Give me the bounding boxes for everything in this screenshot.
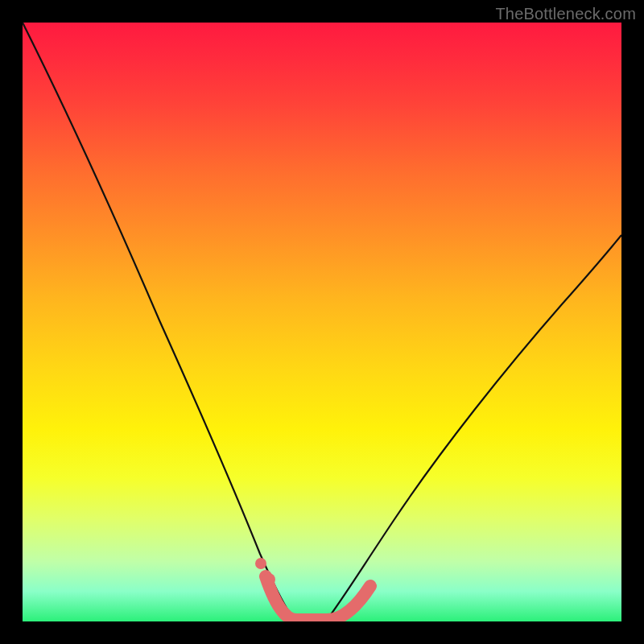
dip-dot [255, 558, 266, 569]
watermark-text: TheBottleneck.com [495, 5, 636, 23]
dip-dot [262, 573, 275, 586]
dip-marker-stroke [266, 576, 370, 620]
plot-area [23, 23, 621, 621]
chart-stage: TheBottleneck.com [0, 0, 644, 644]
dip-marker-group [23, 23, 621, 621]
